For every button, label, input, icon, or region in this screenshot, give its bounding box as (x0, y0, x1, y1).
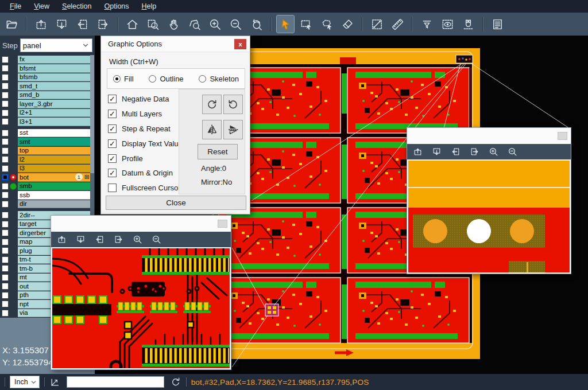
close-button[interactable]: Close (106, 196, 246, 210)
snap-magnet-button[interactable] (459, 15, 477, 33)
layer-row-smd_t[interactable]: smd_t (0, 82, 95, 91)
radio-skeleton[interactable]: Skeleton (199, 75, 239, 83)
unit-select[interactable]: Inch (10, 376, 40, 388)
checkbox-icon[interactable]: ✓ (108, 169, 117, 177)
zoom-window-button[interactable] (144, 15, 161, 33)
layer-row-top[interactable]: top (0, 146, 95, 155)
layer-visibility-checkbox[interactable] (2, 274, 9, 281)
layer-visibility-checkbox[interactable] (2, 301, 9, 307)
layer-visibility-checkbox[interactable] (2, 292, 9, 299)
selection-highlight[interactable] (265, 304, 278, 316)
radio-button-icon[interactable] (199, 75, 206, 83)
magnifier1-close-button[interactable] (218, 220, 227, 228)
layer-visibility-checkbox[interactable] (2, 229, 9, 236)
layer-visibility-checkbox[interactable] (2, 165, 9, 172)
layer-visibility-checkbox[interactable] (2, 130, 9, 136)
mirror-vertical-button[interactable] (223, 120, 243, 139)
rotate-cw-button[interactable] (202, 95, 222, 114)
menu-file[interactable]: File (3, 1, 28, 11)
layer-visibility-checkbox[interactable] (2, 221, 9, 228)
layer-row-l2[interactable]: l2 (0, 155, 95, 165)
magnifier1-view[interactable] (51, 247, 231, 369)
layer-visibility-checkbox[interactable] (2, 138, 9, 145)
magnifier2-close-button[interactable] (558, 132, 567, 140)
checkbox-icon[interactable]: ✓ (108, 110, 117, 118)
layer-row-l3+1[interactable]: l3+1 (0, 118, 95, 127)
checkbox-profile[interactable]: ✓Profile (108, 151, 183, 166)
layer-visibility-checkbox[interactable] (2, 83, 9, 89)
reset-button[interactable]: Reset (198, 144, 238, 159)
zoom-out-button[interactable] (506, 146, 518, 158)
layer-visibility-checkbox[interactable] (2, 183, 9, 190)
layer-visibility-checkbox[interactable] (2, 74, 9, 81)
magnifier2-view[interactable] (407, 159, 571, 274)
layer-visibility-checkbox[interactable] (2, 110, 9, 116)
layer-row-smd_b[interactable]: smd_b (0, 91, 95, 100)
radio-button-icon[interactable] (113, 75, 121, 83)
layer-grid-icon[interactable]: ⊞ (84, 174, 90, 180)
pan-right-button[interactable] (469, 146, 480, 158)
radio-button-icon[interactable] (149, 75, 156, 83)
log-list-button[interactable] (489, 15, 506, 33)
folder-open-button[interactable] (3, 15, 20, 33)
checkbox-icon[interactable] (108, 184, 117, 192)
checkbox-display-text-value[interactable]: ✓Display Text Value (108, 136, 183, 151)
zoom-out-button[interactable] (227, 15, 244, 33)
layer-visibility-checkbox[interactable] (2, 174, 9, 181)
checkbox-step-repeat[interactable]: ✓Step & Repeat (108, 122, 183, 136)
menu-options[interactable]: Options (98, 1, 135, 11)
select-polygon-button[interactable] (318, 15, 335, 33)
angle-measure-icon[interactable] (49, 376, 61, 388)
command-input[interactable] (67, 376, 164, 388)
magnifier1-titlebar[interactable] (51, 216, 231, 232)
layer-row-bfsmb[interactable]: bfsmb (0, 73, 95, 82)
layer-row-smb[interactable]: smb (0, 182, 95, 191)
layer-visibility-checkbox[interactable] (2, 156, 9, 163)
pan-right-button[interactable] (113, 234, 124, 245)
layer-visibility-checkbox[interactable] (2, 118, 9, 125)
layer-visibility-checkbox[interactable] (2, 265, 9, 272)
layer-visibility-checkbox[interactable] (2, 192, 9, 198)
layer-row-smt[interactable]: smt (0, 138, 95, 147)
layer-row-fx[interactable]: fx (0, 55, 95, 64)
rotate-ccw-button[interactable] (223, 95, 243, 114)
checkbox-negative-data[interactable]: ✓Negative Data (108, 92, 183, 107)
layer-row-dir[interactable]: dir (0, 200, 95, 209)
zoom-area-button[interactable] (185, 15, 203, 33)
checkbox-fullscreen-cursor[interactable]: Fullscreen Cursor (108, 181, 183, 196)
layer-visibility-checkbox[interactable] (2, 201, 9, 208)
layer-visibility-checkbox[interactable] (2, 65, 9, 72)
brush-button[interactable] (339, 15, 356, 33)
layer-visibility-checkbox[interactable] (2, 256, 9, 263)
layer-visibility-checkbox[interactable] (2, 147, 9, 154)
radio-outline[interactable]: Outline (149, 75, 183, 83)
zoom-in-button[interactable] (131, 234, 143, 245)
pan-right-button[interactable] (94, 15, 111, 33)
refresh-icon[interactable] (170, 376, 181, 388)
layer-visibility-checkbox[interactable] (2, 239, 9, 245)
checkbox-multi-layers[interactable]: ✓Multi Layers (108, 107, 183, 122)
dialog-close-button[interactable]: x (234, 39, 246, 49)
magnifier2-titlebar[interactable] (407, 128, 571, 144)
pan-up-button[interactable] (32, 15, 49, 33)
pan-left-button[interactable] (450, 146, 461, 158)
checkbox-icon[interactable]: ✓ (108, 139, 117, 148)
pan-left-button[interactable] (74, 15, 91, 33)
layer-row-bfsmt[interactable]: bfsmt (0, 64, 95, 73)
checkbox-icon[interactable]: ✓ (108, 154, 117, 163)
step-select[interactable]: panel (20, 38, 92, 52)
layer-row-l2+1[interactable]: l2+1 (0, 108, 95, 118)
filter-button[interactable] (418, 15, 435, 33)
menu-view[interactable]: View (28, 1, 56, 11)
pan-up-button[interactable] (412, 146, 423, 158)
menu-selection[interactable]: Selection (56, 1, 98, 11)
ruler-button[interactable] (389, 15, 406, 33)
layer-visibility-checkbox[interactable] (2, 247, 9, 254)
layer-row-ssb[interactable]: ssb (0, 191, 95, 200)
magnifier-source-box[interactable] (456, 55, 473, 63)
view-window-button[interactable] (439, 15, 456, 33)
select-pointer-button[interactable] (277, 15, 294, 33)
menu-help[interactable]: Help (136, 1, 163, 11)
layer-row-l3[interactable]: l3 (0, 164, 95, 173)
checkbox-icon[interactable]: ✓ (108, 95, 117, 103)
